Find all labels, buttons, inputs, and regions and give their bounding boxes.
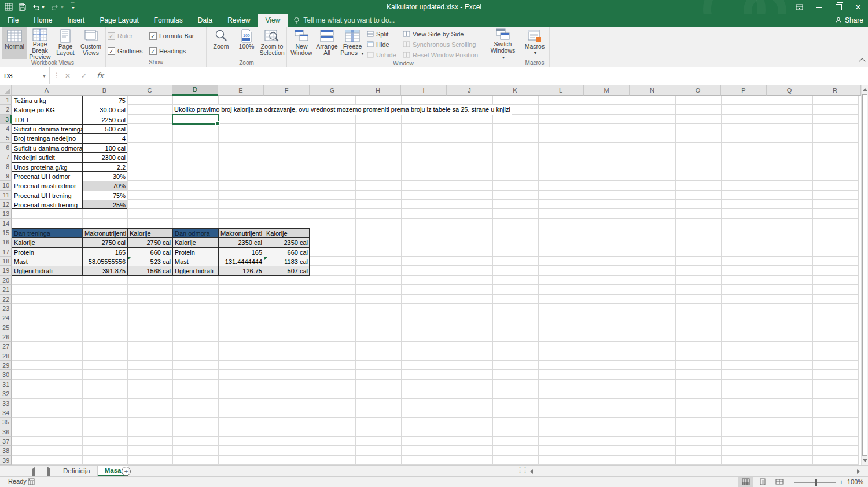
cell-A19[interactable]: Ugljeni hidrati: [12, 266, 82, 275]
cell-A17[interactable]: Protein: [12, 247, 82, 257]
cell-B3[interactable]: 2250 cal: [82, 115, 127, 124]
cell-A2[interactable]: Kalorije po KG: [12, 105, 82, 114]
horizontal-scrollbar[interactable]: [528, 466, 862, 475]
zoom-slider-thumb[interactable]: [815, 479, 817, 486]
cell-B2[interactable]: 30.00 cal: [82, 105, 127, 114]
cell-A16[interactable]: Kalorije: [12, 237, 82, 247]
col-header-J[interactable]: J: [447, 85, 492, 96]
row-header-23[interactable]: 23: [0, 304, 12, 313]
row-header-1[interactable]: 1: [0, 96, 12, 105]
row-header-7[interactable]: 7: [0, 152, 12, 162]
row-header-24[interactable]: 24: [0, 313, 12, 323]
zoom-in-icon[interactable]: +: [839, 478, 844, 486]
col-header-B[interactable]: B: [82, 85, 127, 96]
cell-E16[interactable]: 2350 cal: [218, 237, 264, 247]
row-header-2[interactable]: 2: [0, 105, 12, 114]
col-header-C[interactable]: C: [127, 85, 172, 96]
cell-B18[interactable]: 58.05555556: [82, 257, 127, 266]
scroll-left-icon[interactable]: [528, 467, 535, 475]
col-header-L[interactable]: L: [538, 85, 584, 96]
cell-C18[interactable]: 523 cal: [127, 257, 172, 266]
selected-cell-D3[interactable]: [172, 114, 219, 125]
scroll-right-icon[interactable]: [855, 467, 862, 475]
cell-D15[interactable]: Dan odmora: [172, 228, 218, 237]
cell-C19[interactable]: 1568 cal: [127, 266, 172, 275]
row-header-10[interactable]: 10: [0, 181, 12, 190]
row-header-37[interactable]: 37: [0, 437, 12, 446]
cell-B5[interactable]: 4: [82, 133, 127, 142]
row-header-19[interactable]: 19: [0, 266, 12, 275]
col-header-M[interactable]: M: [584, 85, 630, 96]
cell-B16[interactable]: 2750 cal: [82, 237, 127, 247]
cell-A6[interactable]: Suficit u danima odmora: [12, 143, 82, 152]
row-header-13[interactable]: 13: [0, 209, 12, 218]
col-header-N[interactable]: N: [630, 85, 675, 96]
cell-B19[interactable]: 391.875: [82, 266, 127, 275]
row-header-31[interactable]: 31: [0, 380, 12, 389]
vertical-scrollbar-thumb[interactable]: [862, 94, 867, 456]
cell-D17[interactable]: Protein: [172, 247, 218, 257]
row-header-34[interactable]: 34: [0, 408, 12, 418]
row-header-38[interactable]: 38: [0, 446, 12, 455]
cell-B15[interactable]: Makronutrijenti: [82, 228, 127, 237]
row-header-5[interactable]: 5: [0, 133, 12, 142]
col-header-H[interactable]: H: [355, 85, 401, 96]
vertical-scrollbar[interactable]: [861, 85, 868, 465]
cell-A15[interactable]: Dan treninga: [12, 228, 82, 237]
row-header-11[interactable]: 11: [0, 191, 12, 200]
col-header-G[interactable]: G: [310, 85, 355, 96]
cell-A4[interactable]: Suficit u danima treninga: [12, 124, 82, 133]
cell-A10[interactable]: Procenat masti odmor: [12, 181, 82, 190]
cell-B10[interactable]: 70%: [82, 181, 127, 190]
row-header-32[interactable]: 32: [0, 389, 12, 398]
cell-A1[interactable]: Težina u kg: [12, 96, 82, 105]
col-header-A[interactable]: A: [12, 85, 82, 96]
row-header-12[interactable]: 12: [0, 200, 12, 209]
cell-B9[interactable]: 30%: [82, 171, 127, 181]
cell-E15[interactable]: Makronutrijenti: [218, 228, 264, 237]
row-header-27[interactable]: 27: [0, 342, 12, 351]
row-header-28[interactable]: 28: [0, 351, 12, 361]
row-header-22[interactable]: 22: [0, 295, 12, 304]
cell-E17[interactable]: 165: [218, 247, 264, 257]
cell-D18[interactable]: Mast: [172, 257, 218, 266]
cell-E18[interactable]: 131.4444444: [218, 257, 264, 266]
col-header-I[interactable]: I: [401, 85, 447, 96]
sheet-nav-left-icon[interactable]: [32, 469, 35, 476]
cell-F19[interactable]: 507 cal: [264, 266, 310, 275]
col-header-E[interactable]: E: [218, 85, 264, 96]
cell-B4[interactable]: 500 cal: [82, 124, 127, 133]
sheet-tab-definicija[interactable]: Definicija: [56, 466, 98, 476]
row-header-21[interactable]: 21: [0, 285, 12, 294]
cell-B12[interactable]: 25%: [82, 200, 127, 209]
cell-A3[interactable]: TDEE: [12, 115, 82, 124]
cell-B6[interactable]: 100 cal: [82, 143, 127, 152]
page-layout-view-shortcut[interactable]: [755, 477, 770, 487]
row-header-3[interactable]: 3: [0, 115, 12, 124]
cell-A9[interactable]: Procenat UH odmor: [12, 171, 82, 181]
select-all-corner[interactable]: [0, 85, 12, 96]
cell-D19[interactable]: Ugljeni hidrati: [172, 266, 218, 275]
cell-B17[interactable]: 165: [82, 247, 127, 257]
cell-A12[interactable]: Procenat masti trening: [12, 200, 82, 209]
row-header-4[interactable]: 4: [0, 124, 12, 133]
cell-C16[interactable]: 2750 cal: [127, 237, 172, 247]
cell-A11[interactable]: Procenat UH trening: [12, 191, 82, 200]
col-header-R[interactable]: R: [812, 85, 858, 96]
scroll-up-icon[interactable]: [862, 85, 868, 94]
cell-A7[interactable]: Nedeljni suficit: [12, 152, 82, 162]
row-header-20[interactable]: 20: [0, 276, 12, 285]
row-header-8[interactable]: 8: [0, 162, 12, 171]
cell-A18[interactable]: Mast: [12, 257, 82, 266]
row-header-9[interactable]: 9: [0, 171, 12, 181]
row-header-25[interactable]: 25: [0, 323, 12, 332]
row-header-36[interactable]: 36: [0, 427, 12, 437]
row-header-17[interactable]: 17: [0, 247, 12, 257]
col-header-O[interactable]: O: [675, 85, 721, 96]
col-header-P[interactable]: P: [721, 85, 767, 96]
sheet-nav-right-icon[interactable]: [47, 469, 50, 476]
cell-F15[interactable]: Kalorije: [264, 228, 310, 237]
cell-D16[interactable]: Kalorije: [172, 237, 218, 247]
row-header-15[interactable]: 15: [0, 228, 12, 237]
cell-C17[interactable]: 660 cal: [127, 247, 172, 257]
